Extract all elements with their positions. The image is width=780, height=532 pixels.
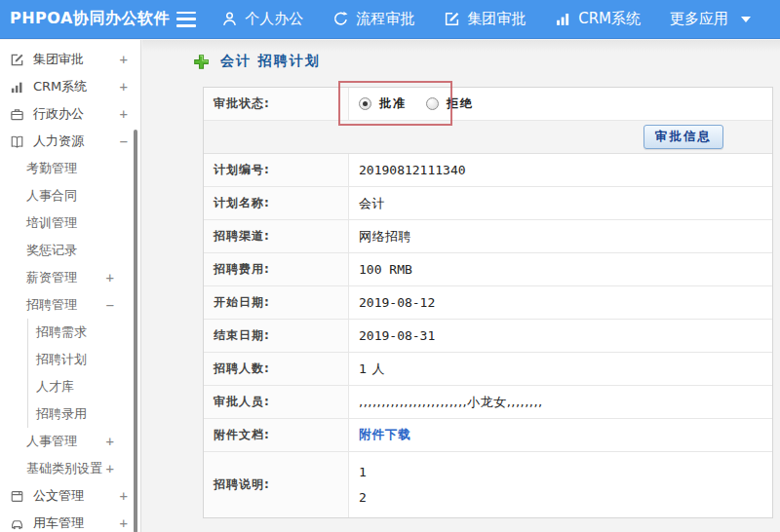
attachment-download-link[interactable]: 附件下载 [359,427,411,443]
sidebar-item-label: 招聘计划 [36,351,87,368]
approval-info-row: 审批信息 [204,121,772,154]
field-value: 2019-08-12 [349,286,772,319]
approval-status-row: 审批状态: 批准 拒绝 [204,88,772,121]
value-line: 2 [359,485,367,511]
sidebar-item-label: CRM系统 [33,78,87,95]
expand-icon[interactable]: + [120,79,128,95]
nav-label: CRM系统 [578,10,641,28]
table-row: 招聘渠道:网络招聘 [204,220,772,253]
nav-workflow-approval[interactable]: 流程审批 [332,10,414,28]
sidebar-item[interactable]: 招聘需求 [27,319,140,346]
value-line: 1 [359,460,367,485]
field-label: 附件文档: [204,419,349,451]
sidebar-item-label: 招聘需求 [36,323,87,341]
sidebar-item-label: 人事管理 [26,433,77,450]
table-row: 审批人员:,,,,,,,,,,,,,,,,,,,,,,,,小龙女,,,,,,,, [204,386,772,419]
expand-icon[interactable]: + [120,106,128,122]
history-icon [332,11,349,27]
field-label: 招聘说明: [204,452,349,517]
nav-group-approval[interactable]: 集团审批 [444,10,526,28]
nav-crm-system[interactable]: CRM系统 [555,10,641,28]
field-value: 12 [349,452,772,517]
sidebar-item[interactable]: 集团审批+ [0,46,140,73]
field-label: 审批人员: [204,386,349,418]
field-value: 网络招聘 [349,220,772,252]
sidebar-item[interactable]: 人才库 [27,373,140,400]
collapse-icon[interactable]: − [106,297,114,313]
collapse-icon[interactable]: − [120,133,128,149]
app-logo: PHPOA协同办公软件 [0,9,176,29]
radio-reject-label: 拒绝 [447,95,474,112]
sidebar-item-label: 人事合同 [26,187,77,205]
expand-icon[interactable]: + [106,461,114,476]
sidebar-item[interactable]: CRM系统+ [0,73,140,100]
radio-approve[interactable] [359,97,371,110]
radio-approve-label: 批准 [379,95,407,112]
edit-icon [10,53,24,67]
expand-icon[interactable]: + [120,52,128,67]
sidebar-item[interactable]: 人力资源− [0,128,140,155]
book-icon [10,134,24,149]
sidebar: 集团审批+CRM系统+行政办公+人力资源−考勤管理人事合同培训管理奖惩记录薪资管… [0,40,141,532]
nav-more-apps[interactable]: 更多应用 [670,10,751,28]
sidebar-item[interactable]: 奖惩记录 [0,237,140,264]
sidebar-item[interactable]: 用车管理+ [0,510,140,532]
nav-label: 集团审批 [467,10,526,28]
sidebar-item-label: 薪资管理 [26,269,77,286]
nav-label: 更多应用 [670,10,728,28]
radio-reject[interactable] [426,97,439,110]
field-label: 招聘人数: [204,353,349,385]
sidebar-item-label: 行政办公 [33,105,84,123]
sidebar-item[interactable]: 招聘管理− [0,291,140,319]
expand-icon[interactable]: + [106,270,114,285]
main-content: 会计 招聘计划 审批状态: 批准 拒绝 审批信息 计划编号:2019081211… [142,40,780,532]
sidebar-item-label: 用车管理 [33,514,84,532]
page-title: 会计 招聘计划 [220,53,321,70]
field-label: 审批状态: [204,88,349,120]
table-row: 计划名称:会计 [204,187,772,220]
expand-icon[interactable]: + [120,488,128,504]
sidebar-item-label: 人力资源 [33,133,84,150]
expand-icon[interactable]: + [106,434,114,449]
sidebar-item[interactable]: 招聘录用 [27,400,140,428]
sidebar-scrollbar[interactable] [134,130,137,532]
sidebar-item[interactable]: 基础类别设置+ [0,455,140,482]
sidebar-item-label: 奖惩记录 [26,242,77,259]
field-value: 会计 [349,187,772,219]
top-bar: PHPOA协同办公软件 个人办公流程审批集团审批CRM系统更多应用 [0,0,780,39]
sidebar-item-label: 招聘管理 [26,296,77,314]
field-label: 结束日期: [204,320,349,352]
nav-personal-office[interactable]: 个人办公 [221,10,303,28]
field-value: 1 人 [349,353,772,385]
sidebar-item[interactable]: 人事管理+ [0,428,140,455]
sidebar-item-label: 人才库 [36,378,74,396]
field-value: 100 RMB [349,253,772,285]
field-label: 招聘渠道: [204,220,349,252]
field-label: 计划编号: [204,154,349,186]
car-icon [10,516,24,531]
field-value: 20190812111340 [349,154,772,186]
caret-down-icon [741,17,751,22]
table-row: 招聘说明:12 [204,452,772,517]
user-icon [221,11,238,27]
sidebar-item[interactable]: 薪资管理+ [0,264,140,291]
field-value: 2019-08-31 [349,320,772,352]
sidebar-item[interactable]: 人事合同 [0,182,140,209]
detail-table: 审批状态: 批准 拒绝 审批信息 计划编号:20190812111340计划名称… [203,87,773,518]
sidebar-item[interactable]: 招聘计划 [27,346,140,373]
chart-icon [10,80,24,95]
expand-icon[interactable]: + [120,515,128,531]
document-icon [10,489,24,504]
table-row: 结束日期:2019-08-31 [204,320,772,353]
sidebar-item[interactable]: 考勤管理 [0,155,140,182]
nav-label: 流程审批 [356,10,414,28]
chart-icon [555,11,571,27]
sidebar-item-label: 集团审批 [33,51,84,68]
approval-options: 批准 拒绝 [349,88,772,120]
menu-icon[interactable] [176,12,196,27]
sidebar-item[interactable]: 公文管理+ [0,482,140,510]
sidebar-item[interactable]: 培训管理 [0,209,140,237]
sidebar-item[interactable]: 行政办公+ [0,100,140,128]
approval-info-button[interactable]: 审批信息 [644,125,723,149]
field-value: ,,,,,,,,,,,,,,,,,,,,,,,,小龙女,,,,,,,, [349,386,772,418]
